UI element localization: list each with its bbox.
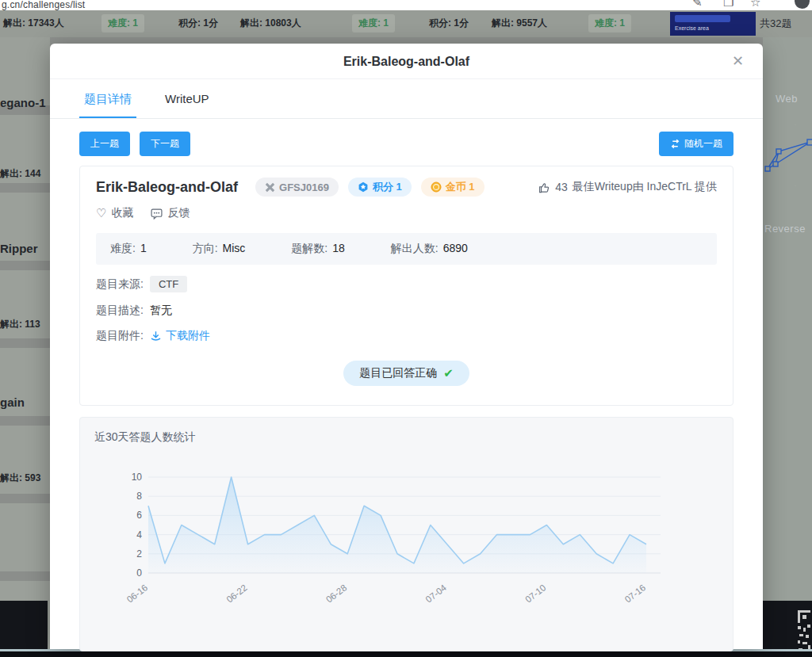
score-badge: 积分 1 [348,178,412,197]
xctf-logo-icon [265,182,275,193]
address-bar-url[interactable]: g.cn/challenges/list [2,0,85,10]
chart-title: 近30天答题人数统计 [94,430,718,445]
svg-text:0: 0 [136,567,142,579]
background-right-sidebar: Web Reverse [763,37,812,657]
source-row: 题目来源: CTF [96,276,717,292]
bg-solved-stat: 解出: 144 [0,167,40,181]
svg-text:6: 6 [136,510,142,521]
stat-category: 方向:Misc [193,242,246,256]
bg-difficulty-pill: 难度: 1 [102,14,144,32]
bg-score: 积分: 1分 [178,17,218,30]
modal-header: Erik-Baleog-and-Olaf ✕ [50,44,763,79]
banner-subtitle: Exercise area [675,25,709,31]
bg-solved-stat: 解出: 113 [0,318,40,331]
check-icon: ✔ [443,366,454,380]
tab-challenge-details[interactable]: 题目详情 [79,79,136,118]
feedback-comment-icon [151,208,163,220]
svg-text:07-04: 07-04 [423,583,448,605]
score-hexagon-icon [358,181,369,193]
svg-text:2: 2 [136,548,142,560]
constellation-graphic [763,131,812,186]
coin-badge-label: 金币 1 [446,180,475,194]
close-icon[interactable]: ✕ [732,52,744,70]
download-link-label: 下载附件 [166,329,210,343]
tab-writeup[interactable]: WriteUP [160,79,214,118]
heart-icon: ♡ [96,206,106,220]
attachment-row: 题目附件: 下载附件 [96,329,717,343]
next-challenge-button[interactable]: 下一题 [140,132,190,156]
favorite-button[interactable]: ♡ 收藏 [96,206,133,220]
svg-text:4: 4 [136,529,142,540]
prev-challenge-button[interactable]: 上一题 [79,132,130,156]
favorite-label: 收藏 [111,206,133,220]
trend-chart-box: 024681006-1606-2206-2807-0407-1007-16 [112,457,718,628]
feedback-label: 反馈 [167,206,190,220]
description-label: 题目描述: [96,304,144,318]
download-icon [150,330,162,342]
bg-difficulty-pill: 难度: 1 [588,14,631,32]
bg-solved-count: 解出: 17343人 [3,17,64,30]
writeup-credit: 最佳Writeup由 InJeCTrL 提供 [573,180,717,194]
background-top-row: 解出: 17343人 难度: 1 积分: 1分 解出: 10803人 难度: 1… [0,10,812,37]
copy-icon[interactable]: ❐ [723,0,733,10]
challenge-stats-strip: 难度:1 方向:Misc 题解数:18 解出人数:6890 [96,233,717,265]
shuffle-icon [670,139,680,149]
gold-coin-icon [431,181,442,193]
bg-solved-count: 解出: 9557人 [492,17,547,30]
download-attachment-link[interactable]: 下载附件 [150,329,210,343]
solved-banner-wrap: 题目已回答正确 ✔ [96,361,717,386]
edit-icon[interactable]: ✎ [692,0,703,10]
page-footer-bar [0,651,812,657]
svg-text:07-16: 07-16 [623,583,648,605]
svg-text:06-16: 06-16 [125,583,150,605]
challenge-title-row: Erik-Baleog-and-Olaf GFSJ0169 积分 1 [96,178,717,197]
svg-text:10: 10 [132,472,143,483]
challenge-detail-modal: Erik-Baleog-and-Olaf ✕ 题目详情 WriteUP 上一题 … [50,44,763,649]
modal-tabs: 题目详情 WriteUP [50,79,763,119]
challenge-code-badge: GFSJ0169 [255,178,339,197]
source-label: 题目来源: [96,277,144,292]
attachment-label: 题目附件: [96,329,144,343]
modal-title: Erik-Baleog-and-Olaf [50,44,763,79]
screen: g.cn/challenges/list ✎ ❐ ☆ 解出: 17343人 难度… [0,0,812,657]
modal-body: 上一题 下一题 随机一题 Erik-Baleog-and-Olaf [50,119,763,651]
category-reverse-label: Reverse [764,223,806,235]
description-row: 题目描述: 暂无 [96,304,717,318]
bg-challenge-name: Ripper [0,242,38,255]
thumbs-up-icon [538,181,550,193]
feedback-button[interactable]: 反馈 [151,206,190,220]
best-writeup-info: 43 最佳Writeup由 InJeCTrL 提供 [538,180,717,194]
stat-difficulty: 难度:1 [110,242,147,256]
coin-badge: 金币 1 [421,178,485,197]
solved-text: 题目已回答正确 [359,366,437,380]
profile-icon[interactable] [795,0,810,9]
svg-text:8: 8 [136,491,142,502]
bg-difficulty-pill: 难度: 1 [352,14,395,32]
solved-status-banner: 题目已回答正确 ✔ [343,361,469,386]
bookmark-star-icon[interactable]: ☆ [750,0,760,10]
likes-count: 43 [555,181,568,193]
stat-writeups: 题解数:18 [291,242,344,256]
bg-challenge-name: egano-1 [0,96,46,109]
bg-solved-stat: 解出: 593 [0,472,40,485]
solver-trend-chart: 024681006-1606-2206-2807-0407-1007-16 [112,457,699,625]
banner-blurred-title [675,15,730,22]
total-challenges-count: 共32题 [760,17,791,31]
svg-text:06-22: 06-22 [224,583,249,605]
challenge-info-card: Erik-Baleog-and-Olaf GFSJ0169 积分 1 [79,166,733,406]
bg-score: 积分: 1分 [429,17,469,30]
description-value: 暂无 [150,304,172,318]
challenge-code: GFSJ0169 [279,181,329,193]
random-challenge-button[interactable]: 随机一题 [659,132,733,156]
solver-trend-card: 近30天答题人数统计 024681006-1606-2206-2807-0407… [79,417,733,651]
bg-solved-count: 解出: 10803人 [240,17,301,30]
svg-text:07-10: 07-10 [523,583,548,605]
bg-challenge-name: gain [0,395,25,409]
score-badge-label: 积分 1 [373,180,402,194]
source-tag: CTF [150,276,187,292]
favorite-feedback-row: ♡ 收藏 反馈 [96,206,717,220]
exercise-area-banner: Exercise area [670,12,756,36]
category-web-label: Web [776,93,798,105]
stat-solvers: 解出人数:6890 [391,242,468,256]
navigation-buttons-row: 上一题 下一题 随机一题 [79,132,733,156]
